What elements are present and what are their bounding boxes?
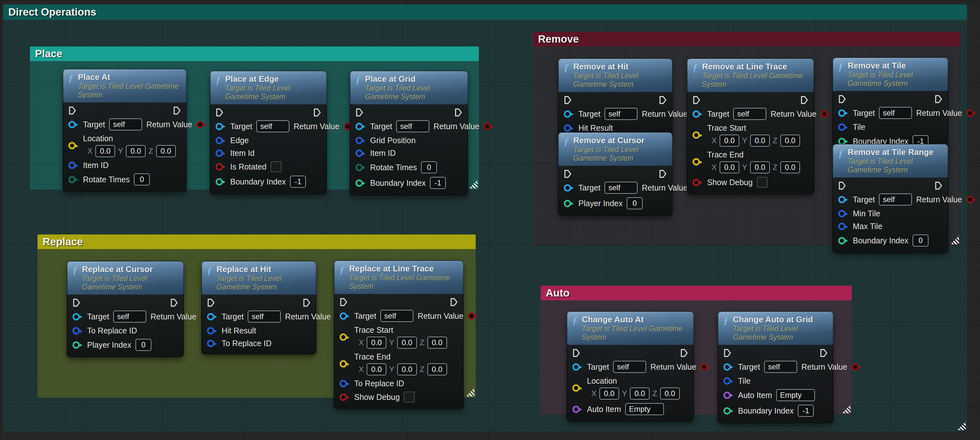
edge-pin[interactable] (216, 137, 223, 144)
node-remove-at-hit[interactable]: ƒ Remove at Hit Target is Tiled Level Ga… (558, 58, 673, 139)
show-debug-pin[interactable] (340, 394, 347, 401)
vector-z-field[interactable]: 0.0 (427, 336, 447, 349)
boundary-index-field[interactable]: -1 (798, 405, 814, 417)
auto-item-field[interactable]: Empty (625, 403, 664, 415)
node-header[interactable]: ƒ Change Auto at Grid Target is Tiled Le… (718, 311, 834, 345)
node-change-auto-at[interactable]: ƒ Change Auto At Target is Tiled Level G… (566, 311, 694, 422)
player-index-pin[interactable] (564, 200, 571, 207)
exec-out-pin[interactable] (173, 106, 181, 115)
vector-z-field[interactable]: 0.0 (156, 145, 176, 157)
resize-handle[interactable] (466, 388, 474, 396)
show-debug-checkbox[interactable] (404, 392, 415, 402)
vector-x-field[interactable]: 0.0 (600, 387, 619, 400)
target-self-field[interactable]: self (380, 310, 414, 322)
return-value-pin[interactable] (468, 312, 475, 320)
target-self-field[interactable]: self (605, 108, 638, 120)
node-place-at-grid[interactable]: ƒ Place at Grid Target is Tiled Level Ga… (350, 71, 468, 195)
vector-y-field[interactable]: 0.0 (750, 135, 770, 147)
target-pin[interactable] (216, 123, 223, 130)
target-self-field[interactable]: self (256, 120, 290, 132)
exec-in-pin[interactable] (838, 181, 846, 190)
boundary-index-pin[interactable] (723, 407, 731, 414)
location-pin[interactable] (572, 384, 580, 392)
node-change-auto-at-grid[interactable]: ƒ Change Auto at Grid Target is Tiled Le… (718, 311, 834, 423)
boundary-index-pin[interactable] (355, 179, 363, 187)
min-tile-pin[interactable] (838, 210, 845, 217)
vector-z-field[interactable]: 0.0 (427, 363, 447, 375)
vector-y-field[interactable]: 0.0 (126, 145, 146, 157)
vector-x-field[interactable]: 0.0 (367, 363, 387, 375)
target-self-field[interactable]: self (396, 120, 429, 132)
exec-out-pin[interactable] (680, 349, 688, 357)
exec-out-pin[interactable] (313, 108, 321, 117)
node-replace-at-cursor[interactable]: ƒ Replace at Cursor Target is Tiled Leve… (67, 261, 184, 357)
target-self-field[interactable]: self (764, 361, 797, 373)
tile-pin[interactable] (838, 123, 845, 131)
target-pin[interactable] (564, 184, 571, 191)
resize-handle[interactable] (957, 422, 966, 430)
boundary-index-pin[interactable] (216, 178, 223, 185)
auto-item-pin[interactable] (723, 392, 731, 399)
exec-in-pin[interactable] (68, 106, 76, 115)
resize-handle[interactable] (469, 180, 477, 188)
node-header[interactable]: ƒ Place At Target is Tiled Level Gametim… (63, 69, 187, 102)
blueprint-graph[interactable]: Direct Operations Place Replace Remove A… (0, 0, 980, 440)
exec-out-pin[interactable] (820, 349, 828, 357)
node-remove-at-line-trace[interactable]: ƒ Remove at Line Trace Target is Tiled L… (687, 58, 814, 194)
tile-pin[interactable] (723, 377, 731, 385)
boundary-index-field[interactable]: -1 (290, 175, 306, 188)
boundary-index-field[interactable]: -1 (430, 177, 446, 189)
target-self-field[interactable]: self (613, 361, 646, 373)
return-value-pin[interactable] (197, 121, 204, 128)
node-header[interactable]: ƒ Replace at Line Trace Target is Tiled … (334, 260, 464, 294)
exec-in-pin[interactable] (572, 349, 580, 357)
target-pin[interactable] (723, 363, 731, 371)
return-value-pin[interactable] (966, 110, 974, 117)
target-pin[interactable] (692, 110, 700, 118)
target-pin[interactable] (838, 196, 845, 203)
to-replace-id-pin[interactable] (207, 340, 214, 347)
rotate-times-field[interactable]: 0 (134, 174, 150, 185)
target-self-field[interactable]: self (879, 107, 912, 119)
resize-handle[interactable] (950, 236, 959, 244)
exec-out-pin[interactable] (934, 95, 942, 104)
hit-result-pin[interactable] (207, 327, 214, 334)
vector-y-field[interactable]: 0.0 (630, 387, 650, 400)
node-header[interactable]: ƒ Place at Edge Target is Tiled Level Ga… (210, 71, 327, 104)
show-debug-checkbox[interactable] (757, 177, 768, 188)
target-pin[interactable] (838, 110, 845, 117)
vector-z-field[interactable]: 0.0 (780, 135, 800, 147)
return-value-pin[interactable] (700, 363, 708, 371)
vector-z-field[interactable]: 0.0 (660, 387, 680, 400)
exec-in-pin[interactable] (355, 108, 363, 117)
target-pin[interactable] (572, 363, 580, 371)
return-value-pin[interactable] (851, 363, 859, 371)
vector-x-field[interactable]: 0.0 (719, 135, 739, 147)
node-header[interactable]: ƒ Replace at Hit Target is Tiled Level G… (201, 261, 317, 295)
player-index-pin[interactable] (73, 341, 80, 349)
boundary-index-pin[interactable] (838, 237, 845, 244)
exec-out-pin[interactable] (659, 170, 667, 178)
target-self-field[interactable]: self (248, 311, 281, 323)
target-self-field[interactable]: self (733, 108, 766, 120)
exec-out-pin[interactable] (450, 298, 458, 306)
target-pin[interactable] (73, 313, 80, 320)
exec-in-pin[interactable] (692, 96, 700, 104)
vector-x-field[interactable]: 0.0 (95, 145, 115, 157)
comment-header-auto[interactable]: Auto (541, 286, 852, 300)
node-remove-at-cursor[interactable]: ƒ Remove at Cursor Target is Tiled Level… (558, 132, 673, 216)
target-self-field[interactable]: self (113, 311, 146, 323)
node-header[interactable]: ƒ Remove at Line Trace Target is Tiled L… (687, 58, 814, 92)
exec-in-pin[interactable] (340, 298, 348, 306)
exec-in-pin[interactable] (564, 170, 572, 178)
vector-y-field[interactable]: 0.0 (750, 161, 770, 174)
item-id-pin[interactable] (216, 150, 223, 157)
node-place-at[interactable]: ƒ Place At Target is Tiled Level Gametim… (63, 69, 187, 192)
show-debug-pin[interactable] (692, 179, 700, 186)
node-remove-at-tile[interactable]: ƒ Remove at Tile Target is Tiled Level G… (832, 57, 948, 154)
target-self-field[interactable]: self (879, 193, 912, 206)
node-header[interactable]: ƒ Place at Grid Target is Tiled Level Ga… (350, 71, 468, 104)
exec-out-pin[interactable] (659, 96, 667, 104)
trace-start-pin[interactable] (692, 131, 700, 139)
target-pin[interactable] (564, 110, 571, 118)
